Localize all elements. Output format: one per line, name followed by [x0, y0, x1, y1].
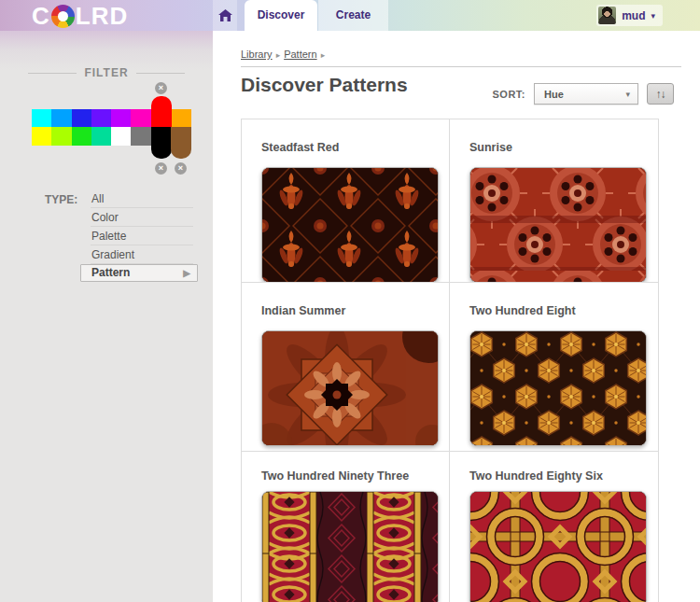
breadcrumb-library[interactable]: Library [241, 49, 273, 60]
home-icon [218, 9, 232, 22]
swatch-purple[interactable] [111, 109, 132, 127]
breadcrumb-divider [241, 66, 681, 67]
breadcrumb: Library▸Pattern▸ [241, 49, 329, 60]
swatch-brown-selected[interactable] [171, 127, 191, 159]
type-item-palette[interactable]: Palette [91, 227, 193, 245]
swatch-azure[interactable] [51, 109, 72, 127]
sort-direction-button[interactable]: ↑↓ [647, 83, 674, 105]
divider [136, 73, 185, 74]
type-item-gradient[interactable]: Gradient [91, 245, 193, 264]
breadcrumb-pattern[interactable]: Pattern [284, 49, 316, 60]
card-title-link[interactable]: Sunrise [469, 141, 512, 154]
pattern-image-steadfast-red[interactable] [261, 167, 439, 283]
pattern-card: Two Hundred Ninety Three [242, 452, 450, 602]
sort-controls: SORT: Hue ▾ ↑↓ [493, 83, 675, 105]
header-bar: C LRD Discover Create mud ▾ [0, 0, 700, 31]
pattern-card: Sunrise [450, 119, 659, 283]
swatch-red-selected[interactable] [151, 96, 172, 127]
logo-text-right: LRD [76, 2, 128, 31]
type-menu: All Color Palette Gradient Pattern ▶ [91, 189, 193, 282]
sort-dropdown[interactable]: Hue ▾ [534, 83, 638, 105]
pattern-image-sunrise[interactable] [469, 167, 647, 283]
swatch-spring[interactable] [91, 127, 112, 146]
close-icon-black[interactable]: × [155, 162, 167, 175]
pattern-card: Indian Summer [242, 283, 450, 452]
swatch-green[interactable] [72, 127, 92, 146]
site-logo[interactable]: C LRD [32, 2, 128, 30]
swatch-orange[interactable] [171, 109, 191, 127]
divider [28, 73, 77, 74]
close-icon-red[interactable]: × [155, 82, 167, 94]
swatch-chartreuse[interactable] [51, 127, 72, 146]
content-area: Library▸Pattern▸ Discover Patterns SORT:… [213, 31, 700, 602]
submenu-arrow-icon: ▶ [183, 265, 190, 281]
pattern-card: Two Hundred Eighty Six [450, 452, 659, 602]
user-name: mud [622, 9, 645, 22]
pattern-image-two-hundred-eighty-six[interactable] [469, 491, 647, 602]
swatch-white[interactable] [111, 127, 132, 146]
swatch-cyan[interactable] [32, 109, 52, 127]
tab-home[interactable] [213, 0, 237, 31]
swatch-magenta[interactable] [131, 109, 151, 127]
chevron-down-icon: ▾ [625, 90, 630, 99]
pattern-grid: Steadfast Red [241, 119, 659, 602]
sort-label: SORT: [493, 89, 526, 100]
breadcrumb-arrow-icon: ▸ [321, 50, 326, 60]
page: C LRD Discover Create mud ▾ FILTER [0, 0, 700, 602]
user-dropdown-arrow: ▾ [651, 11, 655, 21]
type-item-all[interactable]: All [91, 189, 193, 208]
tab-discover[interactable]: Discover [245, 0, 317, 31]
type-label: TYPE: [45, 193, 77, 206]
page-title: Discover Patterns [241, 74, 408, 96]
pattern-image-two-hundred-ninety-three[interactable] [261, 491, 439, 602]
tab-create[interactable]: Create [318, 0, 388, 31]
card-title-link[interactable]: Two Hundred Ninety Three [261, 469, 409, 483]
type-item-color[interactable]: Color [91, 208, 193, 227]
color-filter-palette: × × × [32, 82, 191, 177]
avatar [598, 7, 616, 24]
swatch-yellow[interactable] [32, 127, 52, 146]
breadcrumb-arrow-icon: ▸ [276, 50, 281, 60]
sort-value: Hue [544, 89, 625, 100]
logo-text-left: C [32, 2, 50, 31]
sidebar: FILTER × × × T [0, 31, 213, 602]
type-item-pattern[interactable]: Pattern ▶ [80, 264, 198, 282]
card-title-link[interactable]: Two Hundred Eight [469, 304, 576, 317]
swatch-violet[interactable] [91, 109, 112, 127]
swatch-blue[interactable] [72, 109, 92, 127]
sort-direction-icon: ↑↓ [656, 88, 665, 101]
pattern-image-two-hundred-eight[interactable] [469, 330, 647, 446]
pattern-card: Two Hundred Eight [450, 283, 659, 452]
card-title-link[interactable]: Indian Summer [261, 304, 345, 317]
swatch-gray[interactable] [131, 127, 151, 146]
pattern-card: Steadfast Red [242, 119, 450, 283]
main-tabs: Discover Create [213, 0, 388, 31]
card-title-link[interactable]: Two Hundred Eighty Six [469, 469, 603, 483]
type-item-pattern-label: Pattern [91, 266, 130, 279]
swatch-black-selected[interactable] [151, 127, 172, 159]
color-wheel-icon [51, 5, 75, 28]
close-icon-brown[interactable]: × [175, 162, 187, 175]
pattern-image-indian-summer[interactable] [261, 330, 439, 446]
user-menu[interactable]: mud ▾ [596, 5, 663, 26]
card-title-link[interactable]: Steadfast Red [261, 141, 339, 154]
filter-header: FILTER [28, 66, 185, 79]
filter-title: FILTER [84, 66, 128, 79]
